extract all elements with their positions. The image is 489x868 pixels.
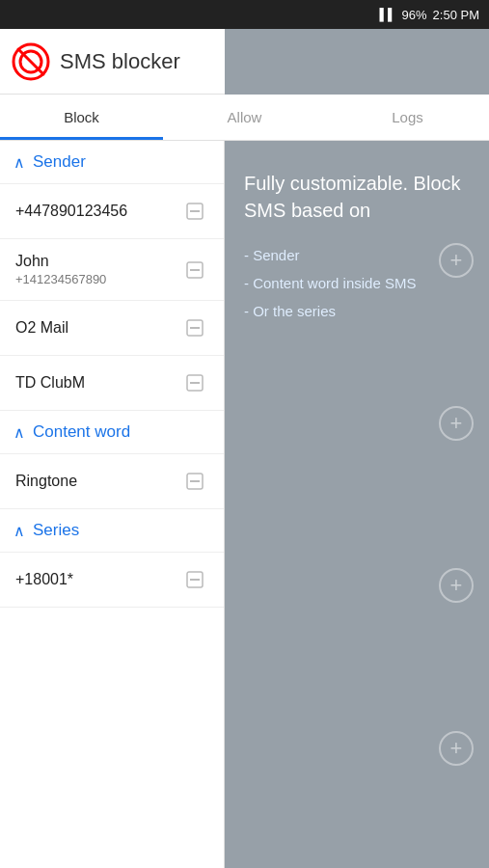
list-item[interactable]: +18001*: [0, 553, 224, 608]
sender-o2mail: O2 Mail: [15, 319, 68, 337]
section-content-title: Content word: [33, 422, 130, 442]
list-item[interactable]: O2 Mail: [0, 301, 224, 356]
section-series-header[interactable]: ∧ Series: [0, 509, 224, 553]
add-sender-button[interactable]: +: [439, 243, 474, 278]
list-item[interactable]: John +141234567890: [0, 239, 224, 301]
section-sender-header[interactable]: ∧ Sender: [0, 141, 224, 184]
content-ringtone: Ringtone: [15, 473, 77, 490]
delete-icon-4[interactable]: [181, 369, 208, 396]
overlay-title: Fully customizable. Block SMS based on: [244, 170, 470, 224]
section-series-title: Series: [33, 521, 79, 540]
overlay-list-item: - Sender: [244, 247, 470, 263]
chevron-up-icon-content: ∧: [14, 423, 25, 442]
tab-allow[interactable]: Allow: [163, 95, 326, 140]
plus-icon: +: [450, 248, 463, 273]
delete-icon-6[interactable]: [181, 566, 208, 593]
add-buttons-area: + + + +: [439, 141, 474, 868]
main-layout: ∧ Sender +447890123456 John +14123456789…: [0, 141, 489, 868]
tab-active-indicator: [0, 137, 163, 140]
time-display: 2:50 PM: [433, 8, 479, 22]
section-sender-title: Sender: [33, 152, 86, 172]
chevron-up-icon-series: ∧: [14, 522, 25, 540]
sender-tdclubm: TD ClubM: [15, 374, 85, 392]
section-content-header[interactable]: ∧ Content word: [0, 411, 224, 454]
signal-icon: ▌▌: [380, 8, 396, 21]
header-overlay-right: [225, 29, 489, 95]
overlay-list-item: - Content word inside SMS: [244, 275, 470, 291]
plus-icon: +: [450, 411, 463, 436]
overlay-list-item: - Or the series: [244, 303, 470, 319]
delete-icon-2[interactable]: [181, 257, 208, 284]
tab-bar: Block Allow Logs: [0, 95, 489, 141]
list-item[interactable]: +447890123456: [0, 184, 224, 239]
chevron-up-icon-sender: ∧: [14, 153, 25, 172]
add-content-button[interactable]: +: [439, 568, 474, 603]
app-header: SMS blocker: [0, 29, 225, 95]
sender-phone-1: +447890123456: [15, 203, 127, 220]
plus-icon: +: [450, 736, 463, 761]
sender-name-john: John: [15, 253, 106, 270]
battery-indicator: 96%: [402, 8, 427, 22]
add-sender-button-2[interactable]: +: [439, 406, 474, 441]
series-item-1: +18001*: [15, 571, 73, 588]
delete-icon-3[interactable]: [181, 314, 208, 341]
plus-icon: +: [450, 573, 463, 598]
delete-icon-1[interactable]: [181, 198, 208, 225]
overlay-list: - Sender - Content word inside SMS - Or …: [244, 247, 470, 319]
right-panel: Fully customizable. Block SMS based on -…: [225, 141, 489, 868]
app-title: SMS blocker: [60, 49, 180, 74]
app-logo: [12, 42, 50, 81]
add-series-button[interactable]: +: [439, 731, 474, 766]
delete-icon-5[interactable]: [181, 468, 208, 495]
tab-logs[interactable]: Logs: [326, 95, 489, 140]
left-panel: ∧ Sender +447890123456 John +14123456789…: [0, 141, 225, 868]
status-bar: ▌▌ 96% 2:50 PM: [0, 0, 489, 29]
sender-phone-john: +141234567890: [15, 272, 106, 286]
list-item[interactable]: Ringtone: [0, 454, 224, 509]
list-item[interactable]: TD ClubM: [0, 356, 224, 411]
tab-block[interactable]: Block: [0, 95, 163, 140]
